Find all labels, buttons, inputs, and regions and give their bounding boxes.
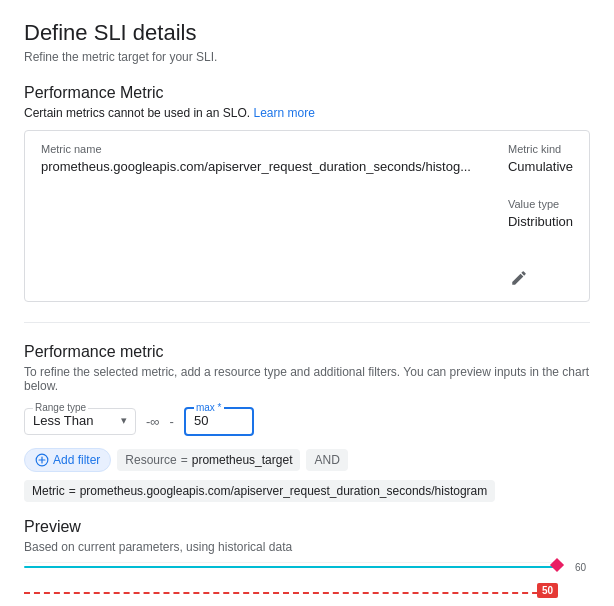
y-label-60: 60: [575, 562, 586, 573]
range-row: Range type Less Than Greater Than Betwee…: [24, 407, 590, 436]
perf-config-title: Performance metric: [24, 343, 590, 361]
add-filter-button[interactable]: Add filter: [24, 448, 111, 472]
range-type-select-wrapper: Less Than Greater Than Between Not Betwe…: [33, 413, 127, 428]
threshold-dashed-line: [24, 592, 558, 594]
filter-row-1: Add filter Resource = prometheus_target …: [24, 448, 590, 472]
teal-line-60: [24, 566, 558, 568]
chart-grid: [24, 562, 558, 606]
range-min-value: -∞: [146, 414, 160, 429]
max-input[interactable]: [194, 413, 244, 428]
and-chip: AND: [306, 449, 347, 471]
metric-name-value: prometheus.googleapis.com/apiserver_requ…: [41, 159, 488, 174]
filter1-key: Resource: [125, 453, 176, 467]
range-type-label: Range type: [33, 402, 88, 413]
pencil-icon: [510, 269, 528, 287]
add-filter-label: Add filter: [53, 453, 100, 467]
value-type-value: Distribution: [508, 214, 573, 229]
value-type-label: Value type: [508, 198, 573, 210]
filter2-val: prometheus.googleapis.com/apiserver_requ…: [80, 484, 488, 498]
chart-inner: 50: [24, 562, 558, 606]
edit-metric-button[interactable]: [508, 267, 530, 289]
max-input-group: max *: [184, 407, 254, 436]
metric-kind-value-col: Metric kind Cumulative Value type Distri…: [508, 143, 573, 289]
filter-chip-1: Resource = prometheus_target: [117, 449, 300, 471]
filter1-op: =: [181, 453, 188, 467]
page-subtitle: Refine the metric target for your SLI.: [24, 50, 590, 64]
range-type-select[interactable]: Less Than Greater Than Between Not Betwe…: [33, 413, 127, 428]
preview-title: Preview: [24, 518, 590, 536]
preview-section: Preview Based on current parameters, usi…: [24, 518, 590, 606]
filter-chip-2: Metric = prometheus.googleapis.com/apise…: [24, 480, 495, 502]
metric-name-label: Metric name: [41, 143, 488, 155]
plus-circle-icon: [35, 453, 49, 467]
divider: [24, 322, 590, 323]
perf-metric-title: Performance Metric: [24, 84, 590, 102]
range-separator: -: [170, 414, 174, 429]
chart-y-axis: 60 40 20 0: [562, 562, 590, 606]
metric-kind-value: Cumulative: [508, 159, 573, 174]
page-container: Define SLI details Refine the metric tar…: [0, 0, 614, 606]
chart-container: 60 40 20 0: [24, 562, 590, 606]
filter2-key: Metric: [32, 484, 65, 498]
preview-note: Based on current parameters, using histo…: [24, 540, 590, 554]
performance-metric-section: Performance Metric Certain metrics canno…: [24, 84, 590, 302]
filter2-op: =: [69, 484, 76, 498]
filter-row-2: Metric = prometheus.googleapis.com/apise…: [24, 480, 590, 502]
metric-table: Metric name prometheus.googleapis.com/ap…: [24, 130, 590, 302]
page-title: Define SLI details: [24, 20, 590, 46]
grid-line-top: [24, 562, 558, 563]
metric-row: Metric name prometheus.googleapis.com/ap…: [41, 143, 573, 289]
chart-area: 60 40 20 0: [24, 562, 590, 606]
perf-metric-note: Certain metrics cannot be used in an SLO…: [24, 106, 590, 120]
learn-more-link[interactable]: Learn more: [253, 106, 314, 120]
perf-config-section: Performance metric To refine the selecte…: [24, 343, 590, 502]
filter1-val: prometheus_target: [192, 453, 293, 467]
range-type-group: Range type Less Than Greater Than Betwee…: [24, 408, 136, 435]
perf-config-note: To refine the selected metric, add a res…: [24, 365, 590, 393]
threshold-badge: 50: [537, 583, 558, 598]
metric-name-col: Metric name prometheus.googleapis.com/ap…: [41, 143, 488, 174]
metric-kind-label: Metric kind: [508, 143, 573, 155]
max-label: max *: [194, 402, 224, 413]
